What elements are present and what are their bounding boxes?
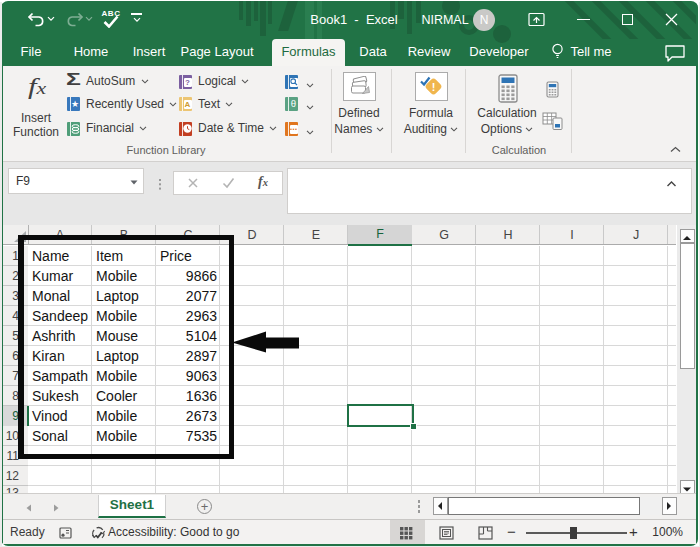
svg-text:!: !	[432, 81, 436, 93]
